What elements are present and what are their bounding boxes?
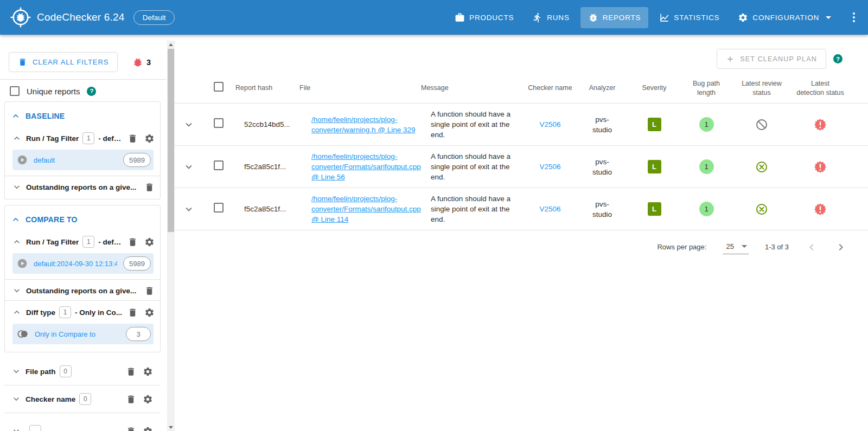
nav-runs[interactable]: RUNS (525, 7, 577, 28)
trash-icon[interactable] (144, 286, 155, 296)
nav-configuration-label: CONFIGURATION (752, 14, 819, 22)
select-all-checkbox[interactable] (214, 82, 224, 92)
checker-name-link[interactable]: V2506 (539, 205, 560, 213)
chevron-up-icon[interactable] (11, 307, 22, 318)
nav-statistics-label: STATISTICS (674, 14, 719, 22)
chevron-up-icon[interactable] (11, 236, 22, 247)
filter-selection-summary: - Only in Co... (75, 308, 124, 317)
row-checkbox[interactable] (214, 160, 224, 170)
filter-count: 1 (82, 132, 94, 144)
clear-all-filters-label: CLEAR ALL FILTERS (33, 58, 108, 66)
gear-icon[interactable] (143, 426, 153, 431)
compare-outstanding-filter: Outstanding reports on a give... (5, 280, 160, 300)
scrollbar-thumb[interactable] (168, 49, 174, 232)
filter-name: File path (25, 368, 56, 376)
chevron-down-icon[interactable] (11, 366, 22, 377)
unique-reports-checkbox[interactable] (10, 86, 20, 96)
gear-icon[interactable] (144, 133, 155, 144)
trash-icon[interactable] (126, 366, 136, 377)
nav-reports[interactable]: REPORTS (580, 7, 649, 28)
trash-icon[interactable] (144, 182, 155, 192)
chevron-down-icon[interactable] (11, 394, 22, 404)
clear-all-filters-button[interactable]: CLEAR ALL FILTERS (9, 52, 118, 72)
set-cleanup-plan-button[interactable]: SET CLEANUP PLAN (717, 49, 826, 69)
trash-icon[interactable] (127, 133, 138, 144)
bug-path-length-badge: 1 (699, 202, 714, 216)
row-checkbox[interactable] (214, 118, 224, 128)
sidebar-scrollbar[interactable] (167, 41, 175, 431)
gear-icon (738, 12, 748, 23)
column-checker-name: Checker name (526, 79, 574, 97)
baseline-section-header[interactable]: BASELINE (5, 104, 160, 127)
rows-per-page-select[interactable]: 25 (723, 240, 748, 254)
checker-name-link[interactable]: V2506 (539, 163, 560, 171)
gear-icon[interactable] (143, 394, 153, 404)
trash-icon[interactable] (126, 394, 136, 404)
row-checkbox[interactable] (214, 203, 224, 213)
pagination-range-label: 1-3 of 3 (765, 243, 789, 251)
file-link[interactable]: /home/feelin/projects/plog-converter/For… (311, 195, 421, 223)
compare-run-item[interactable]: default:2024-09-30 12:13:41 5989 (12, 253, 154, 274)
play-icon (17, 258, 28, 269)
expand-row-icon[interactable] (183, 119, 195, 131)
compare-to-section-header[interactable]: COMPARE TO (5, 208, 160, 230)
line-chart-icon (659, 12, 669, 23)
total-report-count: 3 (132, 57, 151, 68)
unique-reports-label: Unique reports (27, 87, 80, 96)
file-link[interactable]: /home/feelin/projects/plog-converter/For… (311, 152, 421, 181)
previous-page-button[interactable] (805, 241, 818, 254)
false-positive-status-icon (755, 203, 768, 216)
diff-type-item[interactable]: Only in Compare to 3 (12, 324, 154, 344)
report-hash: f5c2a85c1f... (234, 198, 298, 220)
filter-name: Outstanding reports on a give... (26, 183, 141, 191)
bug-icon (132, 57, 143, 68)
filter-count: 1 (59, 306, 71, 318)
chevron-up-icon[interactable] (11, 133, 22, 144)
severity-low-badge: L (648, 160, 661, 173)
report-hash: f5c2a85c1f... (234, 156, 298, 177)
nav-statistics[interactable]: STATISTICS (652, 7, 727, 28)
baseline-run-item[interactable]: default 5989 (12, 150, 154, 170)
gear-icon[interactable] (144, 237, 155, 247)
column-severity: Severity (630, 79, 678, 97)
table-pagination: Rows per page: 25 1-3 of 3 (175, 240, 847, 254)
trash-icon[interactable] (126, 426, 136, 431)
gear-icon[interactable] (144, 307, 155, 318)
expand-row-icon[interactable] (183, 203, 195, 215)
analyzer-name: pvs-studio (589, 199, 615, 220)
codechecker-logo-icon (10, 7, 31, 28)
false-positive-status-icon (755, 160, 768, 173)
gear-icon[interactable] (143, 366, 153, 377)
checker-name-link[interactable]: V2506 (539, 120, 560, 128)
trash-icon[interactable] (127, 307, 138, 318)
nav-products[interactable]: PRODUCTS (447, 7, 521, 28)
scrollbar-down-arrow[interactable] (167, 423, 175, 431)
play-icon (17, 155, 28, 165)
chevron-down-icon[interactable] (11, 426, 22, 431)
next-page-button[interactable] (834, 241, 847, 254)
filter-name: Checker name (25, 395, 75, 403)
run-item-count-badge: 5989 (123, 153, 151, 167)
file-link[interactable]: /home/feelin/projects/plog-converter/war… (311, 115, 416, 134)
help-icon[interactable]: ? (87, 87, 96, 96)
scrollbar-up-arrow[interactable] (167, 41, 175, 48)
product-badge[interactable]: Default (133, 10, 175, 25)
chevron-up-icon (10, 111, 21, 121)
rows-per-page-value: 25 (726, 242, 733, 250)
compare-to-section-title: COMPARE TO (25, 215, 78, 224)
file-path-filter: File path 0 (0, 358, 166, 385)
trash-icon (18, 57, 27, 67)
table-header-row: Report hash File Message Checker name An… (175, 73, 868, 104)
chevron-down-icon[interactable] (11, 182, 22, 192)
rows-per-page-label: Rows per page: (657, 243, 706, 251)
nav-configuration[interactable]: CONFIGURATION (730, 7, 839, 28)
plus-icon (726, 55, 735, 63)
filter-name: Run / Tag Filter (26, 238, 79, 246)
expand-row-icon[interactable] (183, 161, 195, 173)
runner-icon (532, 12, 542, 23)
baseline-section-title: BASELINE (25, 112, 65, 120)
help-icon[interactable]: ? (833, 54, 843, 63)
overflow-menu-button[interactable] (847, 8, 860, 27)
trash-icon[interactable] (127, 237, 138, 247)
chevron-down-icon[interactable] (11, 285, 22, 296)
